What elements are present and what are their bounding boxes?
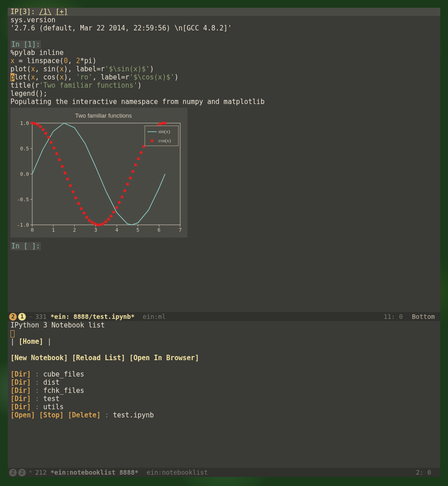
svg-text:sin(x): sin(x) bbox=[158, 129, 170, 134]
cursor-position: 11: 0 bbox=[384, 313, 403, 320]
code-line: plot(x, sin(x), label=r'$\sin(x)$') bbox=[10, 65, 438, 73]
open-in-browser-button[interactable]: [Open In Browser] bbox=[129, 354, 199, 362]
in-prompt: In [ ]: bbox=[10, 242, 41, 250]
svg-point-60 bbox=[118, 201, 121, 204]
ip-label: IP[3]: bbox=[10, 8, 35, 16]
svg-point-30 bbox=[36, 123, 39, 126]
svg-point-68 bbox=[140, 151, 143, 154]
list-item: [Dir] : utils bbox=[10, 403, 438, 411]
text-cursor bbox=[10, 330, 15, 337]
svg-point-34 bbox=[47, 136, 50, 139]
svg-point-66 bbox=[134, 164, 137, 166]
modeline-bottom: 2 2 * 212 *ein:notebooklist 8888* ein:no… bbox=[8, 468, 440, 477]
list-item: [Dir] : test bbox=[10, 395, 438, 403]
svg-point-33 bbox=[44, 132, 47, 134]
stop-button[interactable]: [Stop] bbox=[39, 411, 64, 419]
dir-link[interactable]: [Dir] bbox=[10, 387, 31, 395]
svg-point-42 bbox=[69, 184, 72, 187]
svg-point-54 bbox=[102, 223, 104, 225]
dirname: test bbox=[43, 395, 59, 403]
svg-point-57 bbox=[110, 215, 113, 218]
svg-text:1: 1 bbox=[52, 227, 55, 233]
dir-link[interactable]: [Dir] bbox=[10, 395, 31, 403]
svg-point-36 bbox=[53, 147, 55, 149]
svg-text:5: 5 bbox=[137, 227, 140, 233]
worksheet-tab[interactable]: /1\ bbox=[39, 8, 51, 16]
svg-point-37 bbox=[55, 152, 58, 155]
svg-point-55 bbox=[104, 220, 107, 223]
code-line: plot(x, cos(x), 'ro', label=r'$\cos(x)$'… bbox=[10, 73, 438, 81]
svg-point-64 bbox=[129, 177, 132, 179]
svg-point-38 bbox=[58, 158, 61, 161]
svg-point-35 bbox=[50, 141, 53, 144]
svg-point-52 bbox=[96, 223, 99, 226]
state-badge: 2 bbox=[9, 469, 17, 476]
dir-link[interactable]: [Dir] bbox=[10, 403, 31, 411]
svg-point-28 bbox=[31, 122, 34, 124]
list-item: [Dir] : fchk_files bbox=[10, 387, 438, 395]
svg-point-48 bbox=[85, 216, 88, 218]
notebooklist-pane: IPython 3 Notebook list | [Home] | [New … bbox=[8, 321, 440, 468]
svg-point-31 bbox=[39, 125, 42, 128]
svg-text:3: 3 bbox=[94, 227, 97, 233]
svg-text:0: 0 bbox=[31, 227, 34, 233]
svg-point-63 bbox=[126, 183, 129, 185]
major-mode: ein:notebooklist bbox=[147, 469, 208, 476]
plot-output: Two familiar functions-1.0-0.50.00.51.00… bbox=[10, 108, 187, 238]
svg-point-49 bbox=[88, 219, 91, 222]
dirname: dist bbox=[43, 378, 59, 387]
svg-point-45 bbox=[77, 202, 80, 205]
svg-point-58 bbox=[113, 211, 115, 213]
home-link[interactable]: [Home] bbox=[19, 337, 43, 346]
svg-point-61 bbox=[121, 195, 123, 198]
svg-point-53 bbox=[99, 223, 102, 226]
dir-link[interactable]: [Dir] bbox=[10, 378, 31, 387]
svg-point-81 bbox=[151, 139, 153, 142]
filename: test.ipynb bbox=[113, 411, 154, 419]
svg-text:7: 7 bbox=[179, 227, 182, 233]
svg-point-46 bbox=[80, 207, 83, 210]
buffer-name[interactable]: *ein: 8888/test.ipynb* bbox=[50, 313, 134, 320]
dir-link[interactable]: [Dir] bbox=[10, 370, 31, 378]
cell-output-0: sys.version '2.7.6 (default, Mar 22 2014… bbox=[8, 16, 440, 32]
svg-point-43 bbox=[72, 190, 74, 193]
action-row: [New Notebook] [Reload List] [Open In Br… bbox=[10, 354, 438, 362]
svg-point-59 bbox=[115, 206, 118, 209]
state-badge: 1 bbox=[18, 313, 26, 321]
svg-text:-0.5: -0.5 bbox=[17, 197, 30, 203]
delete-button[interactable]: [Delete] bbox=[68, 411, 100, 419]
list-item: [Open] [Stop] [Delete] : test.ipynb bbox=[10, 411, 438, 419]
buffer-name[interactable]: *ein:notebooklist 8888* bbox=[50, 469, 138, 476]
new-notebook-button[interactable]: [New Notebook] bbox=[10, 354, 68, 362]
worksheet-tabs: IP[3]: /1\ [+] bbox=[8, 8, 440, 16]
add-worksheet[interactable]: [+] bbox=[55, 8, 68, 16]
dirname: cube_files bbox=[43, 370, 84, 378]
state-badge: 2 bbox=[9, 313, 17, 321]
cell-1[interactable]: In [1]: %pylab inline x = linspace(0, 2*… bbox=[8, 40, 440, 106]
scroll-position: Bottom bbox=[412, 313, 435, 320]
svg-point-67 bbox=[137, 157, 140, 160]
major-mode: ein:ml bbox=[143, 313, 166, 320]
dirname: utils bbox=[43, 403, 64, 411]
output-line: '2.7.6 (default, Mar 22 2014, 22:59:56) … bbox=[10, 24, 438, 32]
text-cursor: p bbox=[10, 73, 15, 81]
code-line: title(r'Two familiar functions') bbox=[10, 81, 438, 89]
svg-point-56 bbox=[107, 218, 110, 220]
svg-text:6: 6 bbox=[158, 227, 161, 233]
svg-point-41 bbox=[66, 178, 69, 180]
reload-list-button[interactable]: [Reload List] bbox=[72, 354, 125, 362]
svg-text:1.0: 1.0 bbox=[20, 120, 29, 126]
svg-point-51 bbox=[94, 223, 96, 225]
svg-point-40 bbox=[64, 172, 66, 174]
code-line: x = linspace(0, 2*pi) bbox=[10, 57, 438, 65]
code-line: legend(); bbox=[10, 89, 438, 98]
output-line: Populating the interactive namespace fro… bbox=[10, 98, 438, 106]
svg-point-44 bbox=[74, 196, 77, 199]
state-badge: 2 bbox=[18, 469, 26, 476]
open-button[interactable]: [Open] bbox=[10, 411, 35, 419]
cell-2[interactable]: In [ ]: bbox=[8, 242, 440, 258]
output-line: sys.version bbox=[10, 16, 438, 24]
svg-point-39 bbox=[61, 165, 64, 168]
svg-point-29 bbox=[34, 122, 36, 125]
breadcrumb: | [Home] | bbox=[10, 337, 438, 346]
